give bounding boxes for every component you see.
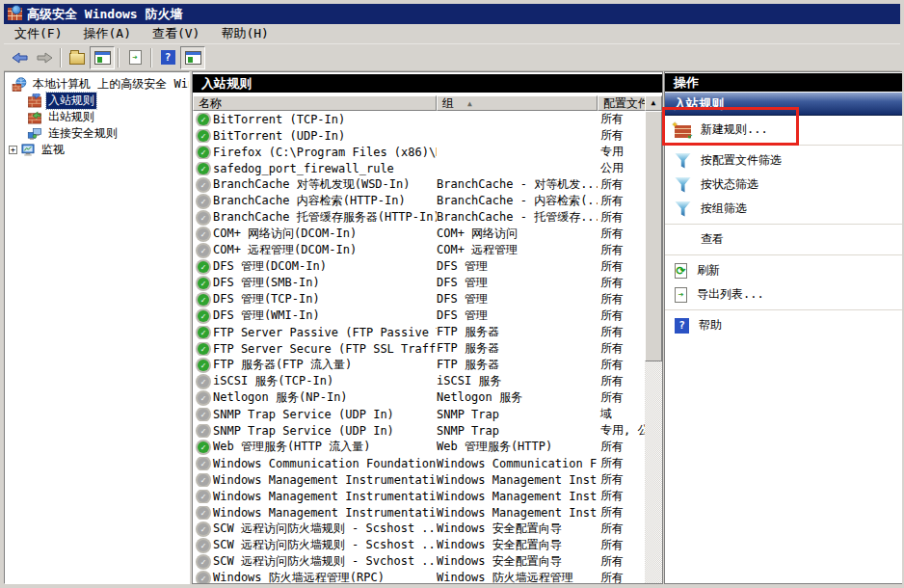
table-row[interactable]: Web 管理服务(HTTP 流入量) Web 管理服务(HTTP) 所有 [193,439,645,455]
action-item[interactable]: 刷新 [665,258,903,282]
table-row[interactable]: Windows Management Instrumentation... Wi… [193,488,645,504]
expand-icon[interactable]: + [9,146,17,154]
up-folder-button[interactable] [65,46,90,69]
rule-profile: 所有 [598,275,645,291]
column-header-group[interactable]: 组 ▲ [437,95,598,111]
column-header-profile[interactable]: 配置文件 [598,95,647,111]
action-item[interactable]: 查看 [665,227,903,255]
action-item-icon [675,177,691,193]
help-button[interactable]: ? [155,46,180,69]
table-row[interactable]: SNMP Trap Service (UDP In) SNMP Trap 域 [193,406,645,422]
table-row[interactable]: FTP 服务器(FTP 流入量) FTP 服务器 所有 [193,357,645,373]
action-item[interactable]: 按配置文件筛选 [665,148,903,173]
table-row[interactable]: BranchCache 托管缓存服务器(HTTP-In) BranchCache… [193,209,645,226]
rule-state-icon [198,327,209,338]
action-item-label: 按配置文件筛选 [701,152,782,169]
table-row[interactable]: Windows 防火墙远程管理(RPC) Windows 防火墙远程管理 所有 [193,570,645,583]
rule-state-icon [198,540,209,551]
action-section-header[interactable]: 入站规则 [665,93,903,116]
menu-view[interactable]: 查看(V) [142,23,210,44]
export-list-button[interactable]: ➔ [122,46,147,69]
rule-group: Windows 安全配置向导 [437,521,598,537]
table-row[interactable]: SCW 远程访问防火墙规则 - Svchost ... Windows 安全配置… [193,553,645,570]
menu-action[interactable]: 操作(A) [72,23,141,44]
table-row[interactable]: Netlogon 服务(NP-In) Netlogon 服务 所有 [193,389,645,406]
tree-item-label: 监视 [40,142,66,158]
rule-profile: 所有 [598,176,645,193]
rule-name-cell: DFS 管理(SMB-In) [193,275,437,291]
rule-profile: 所有 [598,193,645,209]
rule-name-cell: FTP Server Passive (FTP Passive Tr... [193,326,437,339]
rule-state-icon [198,507,209,519]
menu-help[interactable]: 帮助(H) [210,23,279,44]
table-row[interactable]: DFS 管理(WMI-In) DFS 管理 所有 [193,307,645,324]
table-row[interactable]: BranchCache 内容检索(HTTP-In) BranchCache - … [193,193,645,209]
toolbar-separator [118,48,120,67]
rule-name-cell: BranchCache 对等机发现(WSD-In) [193,176,437,193]
forward-button[interactable] [32,46,57,69]
app-window: 高级安全 Windows 防火墙 文件(F) 操作(A) 查看(V) 帮助(H)… [0,0,904,588]
app-icon [8,8,22,20]
rule-name: DFS 管理(SMB-In) [213,275,320,291]
table-row[interactable]: SNMP Trap Service (UDP In) SNMP Trap 专用,… [193,422,645,439]
show-hide-action-pane-button[interactable] [180,46,205,69]
rule-group: FTP 服务器 [437,324,598,340]
toolbar-separator [60,48,62,67]
column-header-name[interactable]: 名称 [193,95,437,111]
table-row[interactable]: Windows Communication Foundation N... Wi… [193,455,645,471]
scroll-up-button[interactable]: ▲ [645,95,662,111]
action-items: 新建规则... 按配置文件筛选 按状态筛选 按组筛选 [665,118,903,337]
back-button[interactable] [7,46,32,69]
table-row[interactable]: COM+ 网络访问(DCOM-In) COM+ 网络访问 所有 [193,226,645,242]
rule-name: BranchCache 托管缓存服务器(HTTP-In) [213,209,437,226]
title-bar[interactable]: 高级安全 Windows 防火墙 [4,4,900,24]
tree-item-monitoring[interactable]: + 监视 [5,142,189,158]
rule-name: Netlogon 服务(NP-In) [213,389,348,406]
table-row[interactable]: BitTorrent (UDP-In) 所有 [193,127,645,144]
menu-file[interactable]: 文件(F) [4,23,72,44]
table-row[interactable]: SCW 远程访问防火墙规则 - Scshost ... Windows 安全配置… [193,537,645,553]
action-item-icon [675,318,689,334]
rule-name-cell: SNMP Trap Service (UDP In) [193,424,437,438]
rule-profile: 专用 [598,144,645,160]
vertical-scrollbar[interactable]: ▲ [645,95,662,583]
rule-group: BranchCache - 内容检索(... [437,193,598,209]
tree-item-connection-security-rules[interactable]: 连接安全规则 [5,125,189,142]
table-row[interactable]: BitTorrent (TCP-In) 所有 [193,111,645,127]
rule-name: COM+ 网络访问(DCOM-In) [213,226,357,242]
table-row[interactable]: Firefox (C:\Program Files (x86)\Mo... 专用 [193,144,645,160]
list-panel-title: 入站规则 [193,74,662,93]
action-pane: 操作 入站规则 新建规则... 按配置文件筛选 按状态筛选 [664,71,904,584]
show-hide-console-tree-button[interactable] [90,46,115,69]
outbound-rules-icon [27,110,42,124]
rules-list-panel: 入站规则 名称 组 ▲ 配置文件 BitTorrent (TCP-In) [192,71,663,584]
rule-name-cell: FTP 服务器(FTP 流入量) [193,357,437,373]
table-row[interactable]: FTP Server Secure (FTP SSL Traffic... FT… [193,340,645,357]
table-row[interactable]: DFS 管理(SMB-In) DFS 管理 所有 [193,275,645,291]
table-row[interactable]: COM+ 远程管理(DCOM-In) COM+ 远程管理 所有 [193,242,645,258]
table-row[interactable]: DFS 管理(DCOM-In) DFS 管理 所有 [193,258,645,275]
action-item[interactable]: 导出列表... [665,282,903,310]
table-row[interactable]: SCW 远程访问防火墙规则 - Scshost ... Windows 安全配置… [193,521,645,537]
table-row[interactable]: iSCSI 服务(TCP-In) iSCSI 服务 所有 [193,373,645,389]
table-row[interactable]: FTP Server Passive (FTP Passive Tr... FT… [193,324,645,340]
action-item[interactable]: 帮助 [665,313,903,337]
tree-root-item[interactable]: 本地计算机 上的高级安全 Wind [5,76,189,93]
action-item[interactable]: 按状态筛选 [665,173,903,197]
rule-name: safedog_port_firewall_rule [213,162,394,175]
action-item[interactable]: 按组筛选 [665,197,903,225]
table-row[interactable]: safedog_port_firewall_rule 公用 [193,160,645,176]
action-item[interactable]: 新建规则... [665,118,903,146]
scrollbar-thumb[interactable] [645,111,662,361]
show-hide-console-tree-icon [94,51,111,65]
rule-state-icon [198,245,209,256]
table-row[interactable]: Windows Management Instrumentation... Wi… [193,504,645,521]
tree-item-outbound-rules[interactable]: 出站规则 [5,109,189,125]
table-row[interactable]: Windows Management Instrumentation... Wi… [193,471,645,488]
tree-item-inbound-rules[interactable]: 入站规则 [5,93,189,109]
action-item-icon [675,263,687,279]
table-row[interactable]: DFS 管理(TCP-In) DFS 管理 所有 [193,291,645,307]
rule-name: SCW 远程访问防火墙规则 - Scshost ... [213,537,437,553]
table-row[interactable]: BranchCache 对等机发现(WSD-In) BranchCache - … [193,176,645,193]
rule-name-cell: SCW 远程访问防火墙规则 - Scshost ... [193,537,437,553]
